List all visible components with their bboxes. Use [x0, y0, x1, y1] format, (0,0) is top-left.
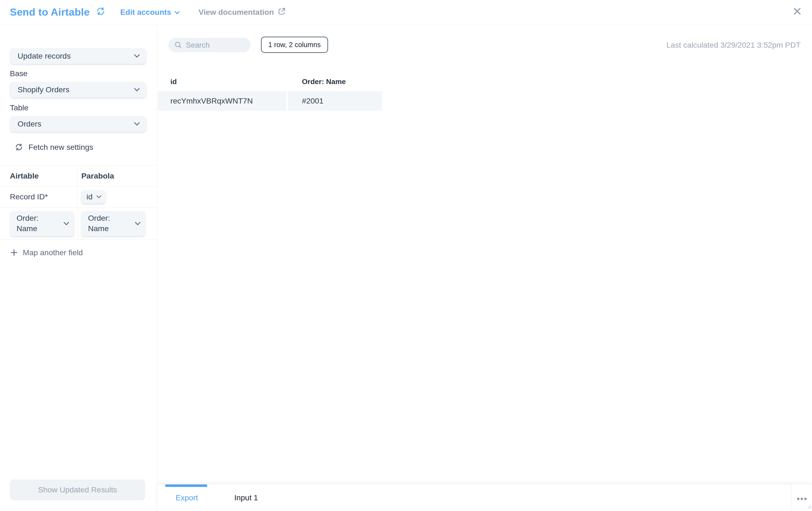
table-select[interactable]: Orders [10, 116, 146, 132]
cell-record-id: recYmhxVBRqxWNT7N [158, 91, 286, 111]
results-table: id Order: Name recYmhxVBRqxWNT7N #2001 [158, 72, 382, 111]
edit-accounts-label: Edit accounts [120, 8, 171, 17]
search-box [168, 38, 251, 52]
plus-icon [10, 249, 18, 256]
chevron-down-icon [63, 221, 69, 226]
parabola-column-select[interactable]: Order: Name [81, 211, 146, 236]
map-another-field-button[interactable]: Map another field [10, 248, 157, 257]
table-select-value: Orders [18, 119, 41, 129]
active-tab-indicator [165, 484, 207, 487]
record-id-field-value: id [86, 192, 92, 201]
chevron-down-icon [134, 54, 140, 58]
header: Send to Airtable Edit accounts View docu… [0, 0, 812, 25]
tab-input-1[interactable]: Input 1 [234, 493, 258, 502]
chevron-down-icon [135, 221, 141, 226]
chevron-down-icon [134, 122, 140, 126]
chevron-down-icon [174, 8, 180, 17]
row-column-count-badge: 1 row, 2 columns [261, 37, 328, 53]
table-label: Table [10, 104, 157, 111]
resize-grip-icon [806, 501, 811, 510]
record-id-label: Record ID* [0, 192, 48, 201]
results-table-header: id Order: Name [158, 72, 382, 91]
send-to-airtable-panel: Send to Airtable Edit accounts View docu… [0, 0, 812, 511]
edit-accounts-button[interactable]: Edit accounts [120, 8, 180, 17]
fetch-new-settings-button[interactable]: Fetch new settings [15, 142, 157, 152]
tab-export[interactable]: Export [176, 493, 198, 502]
chevron-down-icon [134, 88, 140, 92]
page-title: Send to Airtable [10, 6, 90, 18]
mapping-row-record-id: Record ID* id [0, 186, 157, 208]
close-panel-button[interactable] [793, 7, 802, 18]
external-link-icon [278, 7, 286, 17]
chevron-down-icon [96, 195, 102, 198]
parabola-column-value: Order: Name [88, 213, 124, 234]
map-another-field-label: Map another field [23, 248, 83, 257]
results-panel: 1 row, 2 columns Last calculated 3/29/20… [157, 25, 812, 511]
mapping-col-airtable: Airtable [0, 171, 39, 181]
operation-select-value: Update records [18, 52, 70, 60]
mapping-col-parabola: Parabola [78, 171, 114, 181]
operation-select[interactable]: Update records [10, 48, 146, 64]
airtable-field-select[interactable]: Order: Name [10, 211, 74, 236]
close-icon [793, 7, 802, 18]
refresh-step-button[interactable] [96, 7, 105, 18]
cell-order-name: #2001 [288, 91, 382, 111]
mapping-header-row: Airtable Parabola [0, 166, 157, 187]
column-header-id: id [158, 78, 288, 86]
search-input[interactable] [186, 41, 243, 50]
view-documentation-link[interactable]: View documentation [199, 7, 286, 17]
record-id-field-select[interactable]: id [81, 190, 106, 204]
airtable-field-value: Order: Name [17, 213, 53, 234]
bottom-tab-bar: Export Input 1 [157, 484, 812, 511]
field-mapping-table: Airtable Parabola Record ID* id [0, 165, 157, 240]
base-select-value: Shopify Orders [18, 85, 69, 94]
ellipsis-icon [797, 493, 807, 503]
refresh-icon [96, 7, 105, 18]
base-label: Base [10, 70, 157, 77]
search-icon [175, 42, 182, 49]
view-documentation-label: View documentation [199, 8, 274, 17]
mapping-row-order-name: Order: Name Order: Name [0, 208, 157, 240]
table-row: recYmhxVBRqxWNT7N #2001 [158, 91, 382, 111]
column-header-order-name: Order: Name [288, 78, 382, 86]
settings-sidebar: Update records Base Shopify Orders Table… [0, 25, 157, 511]
refresh-icon [15, 143, 23, 151]
base-select[interactable]: Shopify Orders [10, 82, 146, 98]
fetch-new-settings-label: Fetch new settings [28, 143, 93, 152]
show-updated-results-button[interactable]: Show Updated Results [10, 480, 145, 500]
last-calculated-text: Last calculated 3/29/2021 3:52pm PDT [666, 41, 801, 50]
